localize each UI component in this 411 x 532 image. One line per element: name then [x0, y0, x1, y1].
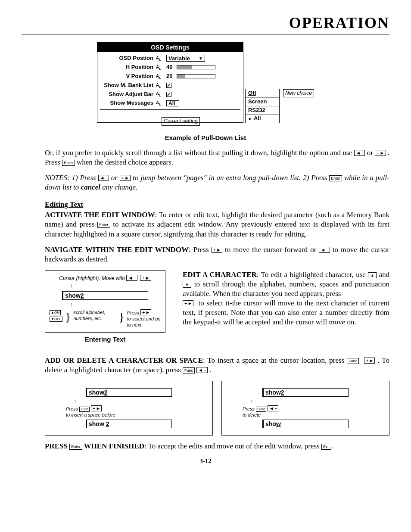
- key-left-minus: ◄ −: [126, 275, 137, 281]
- key-up-on: ▲ON: [50, 310, 61, 315]
- al-marker: AL: [156, 64, 164, 71]
- osd-vpos-slider[interactable]: [177, 74, 215, 78]
- key-enter: Enter: [97, 222, 110, 228]
- key-left-minus: ◄ −: [268, 405, 278, 411]
- key-down-off: ▼OFF: [50, 317, 62, 322]
- paragraph-edit-character: EDIT A CHARACTER: To edit a highlighted …: [183, 270, 389, 327]
- osd-header: OSD Settings: [97, 43, 243, 52]
- osd-settings-panel: OSD Settings OSD Postion AL Variable▼ H …: [97, 42, 243, 123]
- osd-figure: OSD Settings OSD Postion AL Variable▼ H …: [22, 42, 389, 142]
- osd-bank-checkbox[interactable]: ✓: [166, 83, 171, 88]
- key-exit: Exit: [321, 444, 331, 450]
- al-marker: AL: [156, 91, 164, 97]
- paragraph-notes: NOTES: 1) Press ◄ − or + ► to jump betwe…: [45, 173, 389, 192]
- key-plus-right: + ►: [140, 309, 151, 315]
- key-plus-right: + ►: [91, 405, 102, 411]
- key-plus-right: + ►: [212, 247, 222, 253]
- al-marker: AL: [156, 100, 164, 106]
- key-plus-right: + ►: [364, 358, 375, 364]
- delete-char-figure: show2 ↑ Press Func ◄ − to delete show: [221, 381, 389, 436]
- dual-figure: show2 ↑ Press Func + ► to insert a space…: [45, 381, 389, 436]
- al-marker: AL: [156, 73, 164, 80]
- osd-messages-label: Show Messages: [100, 100, 156, 107]
- key-plus-right: + ►: [120, 175, 131, 181]
- dropdown-item[interactable]: ► All: [246, 115, 279, 123]
- key-plus-right: + ►: [140, 275, 151, 281]
- osd-hpos-label: H Position: [100, 64, 156, 71]
- key-func: Func: [347, 358, 359, 364]
- dropdown-item[interactable]: Off: [246, 89, 279, 98]
- callout-new-choice: New choice: [283, 89, 314, 98]
- osd-hpos-slider[interactable]: [177, 65, 215, 69]
- dropdown-item[interactable]: RS232: [246, 106, 279, 115]
- osd-adjust-checkbox[interactable]: ✓: [166, 92, 171, 97]
- key-left-minus: ◄ −: [354, 150, 365, 156]
- dropdown-item[interactable]: Screen: [246, 98, 279, 106]
- key-down: ▼: [183, 282, 191, 288]
- osd-postion-label: OSD Postion: [100, 55, 156, 62]
- osd-figure-caption: Example of Pull-Down List: [22, 134, 389, 142]
- key-enter: Enter: [69, 444, 82, 450]
- al-marker: AL: [156, 55, 164, 62]
- insert-space-figure: show2 ↑ Press Func + ► to insert a space…: [45, 381, 213, 436]
- osd-adjust-label: Show Adjust Bar: [100, 91, 156, 98]
- key-func: Func: [183, 367, 195, 373]
- entering-text-figure: Cursor (highlight). Move with ◄ − + ► ↓ …: [45, 270, 165, 350]
- key-enter: Enter: [329, 175, 342, 181]
- key-plus-right: + ►: [183, 300, 193, 306]
- key-func: Func: [79, 407, 90, 412]
- edit-field-example: show2: [62, 291, 148, 300]
- paragraph-scroll-list: Or, if you prefer to quickly scroll thro…: [45, 148, 389, 167]
- paragraph-add-delete: ADD OR DELETE A CHARACTER OR SPACE: To i…: [45, 356, 389, 375]
- osd-messages-value[interactable]: All: [166, 100, 179, 106]
- key-left-minus: ◄ −: [319, 247, 330, 253]
- page-number: 3-12: [22, 457, 389, 466]
- osd-hpos-value: 40: [166, 64, 175, 71]
- key-func: Func: [256, 407, 266, 412]
- osd-dropdown-list[interactable]: Off Screen RS232 ► All: [245, 89, 280, 124]
- callout-current-setting: Current setting: [162, 117, 200, 126]
- osd-vpos-value: 20: [166, 73, 175, 80]
- paragraph-finish: PRESS Enter WHEN FINISHED: To accept the…: [45, 442, 389, 451]
- key-left-minus: ◄ −: [98, 175, 109, 181]
- key-enter: Enter: [62, 160, 75, 166]
- osd-postion-select[interactable]: Variable▼: [166, 55, 205, 62]
- osd-bank-label: Show M. Bank List: [100, 82, 156, 89]
- entering-text-caption: Entering Text: [45, 335, 165, 344]
- paragraph-activate: ACTIVATE THE EDIT WINDOW: To enter or ed…: [45, 210, 389, 239]
- key-up: ▲: [368, 272, 377, 278]
- key-plus-right: + ►: [375, 150, 386, 156]
- paragraph-navigate: NAVIGATE WITHIN THE EDIT WINDOW: Press +…: [45, 245, 389, 264]
- section-editing-text: Editing Text: [45, 200, 389, 209]
- osd-vpos-label: V Position: [100, 73, 156, 80]
- al-marker: AL: [156, 82, 164, 89]
- key-left-minus: ◄ −: [196, 367, 207, 373]
- page-title: OPERATION: [22, 13, 389, 34]
